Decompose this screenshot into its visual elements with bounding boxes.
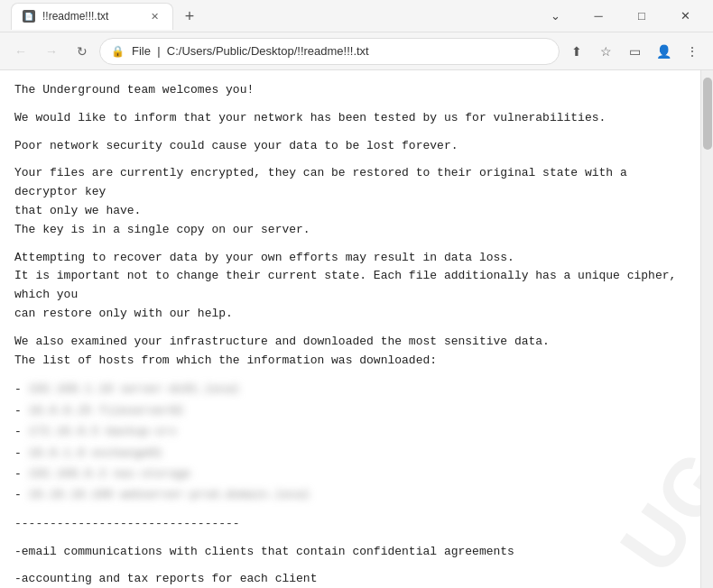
- text-block-infrastructure: We also examined your infrastructure and…: [14, 333, 686, 371]
- back-button[interactable]: ←: [7, 38, 34, 65]
- text-line-16: The list of hosts from which the informa…: [14, 354, 437, 367]
- text-line-7: Your files are currently encrypted, they…: [14, 166, 627, 198]
- minimize-button[interactable]: ─: [578, 2, 619, 31]
- host-4: 10.0.1.8 exchange01: [29, 446, 162, 460]
- maximize-button[interactable]: □: [621, 2, 662, 31]
- reload-button[interactable]: ↻: [69, 38, 96, 65]
- bullet-6: -: [14, 488, 29, 501]
- page-content: UG The Underground team welcomes you! We…: [0, 70, 700, 588]
- text-line-15: We also examined your infrastructure and…: [14, 335, 550, 348]
- bullet-5: -: [14, 467, 29, 481]
- host-3: 172.16.0.5 backup-srv: [29, 425, 177, 438]
- toolbar-right: ⬆ ☆ ▭ 👤 ⋮: [563, 38, 706, 65]
- item-email: -email communications with clients that …: [14, 543, 686, 562]
- text-line-8: that only we have.: [14, 204, 141, 217]
- titlebar: 📄 !!readme!!!.txt ✕ + ⌄ ─ □ ✕: [0, 0, 713, 32]
- separator: --------------------------------: [14, 515, 686, 534]
- tab-close-button[interactable]: ✕: [147, 9, 162, 23]
- close-button[interactable]: ✕: [664, 2, 706, 31]
- sidebar-button[interactable]: ▭: [621, 38, 648, 65]
- text-line-12: It is important not to change their curr…: [14, 269, 676, 301]
- text-block-recover: Attempting to recover data by your own e…: [14, 249, 686, 324]
- titlebar-controls: ⌄ ─ □ ✕: [534, 2, 706, 31]
- host-list: - 192.168.1.10 server-dc01.local - 10.0.…: [14, 379, 686, 505]
- tab-title: !!readme!!!.txt: [42, 10, 108, 23]
- bookmark-button[interactable]: ☆: [592, 38, 619, 65]
- toolbar: ← → ↻ 🔒 File | C:/Users/Public/Desktop/!…: [0, 32, 713, 70]
- text-line-11: Attempting to recover data by your own e…: [14, 251, 514, 264]
- new-tab-button[interactable]: +: [177, 5, 202, 30]
- chevron-down-button[interactable]: ⌄: [534, 2, 576, 31]
- bullet-1: -: [14, 382, 29, 396]
- tab-area: 📄 !!readme!!!.txt ✕ +: [11, 3, 202, 30]
- forward-button[interactable]: →: [38, 38, 65, 65]
- profile-button[interactable]: 👤: [650, 38, 677, 65]
- tab-favicon: 📄: [23, 10, 35, 23]
- bullet-3: -: [14, 425, 29, 438]
- host-5: 192.168.0.3 nas-storage: [29, 467, 190, 481]
- menu-button[interactable]: ⋮: [679, 38, 706, 65]
- host-6: 10.10.10.100 webserver-prod.domain.local: [29, 488, 310, 501]
- address-bar[interactable]: 🔒 File | C:/Users/Public/Desktop/!!readm…: [99, 38, 560, 65]
- scrollbar-thumb[interactable]: [703, 78, 712, 150]
- host-1: 192.168.1.10 server-dc01.local: [29, 382, 240, 396]
- item-accounting: -accounting and tax reports for each cli…: [14, 570, 686, 588]
- titlebar-left: 📄 !!readme!!!.txt ✕ +: [7, 3, 202, 30]
- text-line-1: The Underground team welcomes you!: [14, 81, 686, 100]
- content-wrapper: UG The Underground team welcomes you! We…: [0, 70, 713, 588]
- active-tab[interactable]: 📄 !!readme!!!.txt ✕: [11, 3, 173, 30]
- text-line-13: can restore only with our help.: [14, 307, 233, 320]
- scrollbar-track[interactable]: [700, 70, 713, 588]
- text-line-5: Poor network security could cause your d…: [14, 137, 686, 156]
- bullet-4: -: [14, 446, 29, 460]
- file-icon: 🔒: [111, 45, 125, 58]
- address-text: File | C:/Users/Public/Desktop/!!readme!…: [132, 44, 548, 58]
- share-button[interactable]: ⬆: [563, 38, 590, 65]
- text-block-encryption: Your files are currently encrypted, they…: [14, 164, 686, 239]
- bullet-2: -: [14, 404, 29, 418]
- host-2: 10.0.0.25 fileserver02: [29, 404, 184, 418]
- text-line-9: The key is in a single copy on our serve…: [14, 223, 310, 236]
- text-line-3: We would like to inform that your networ…: [14, 109, 686, 128]
